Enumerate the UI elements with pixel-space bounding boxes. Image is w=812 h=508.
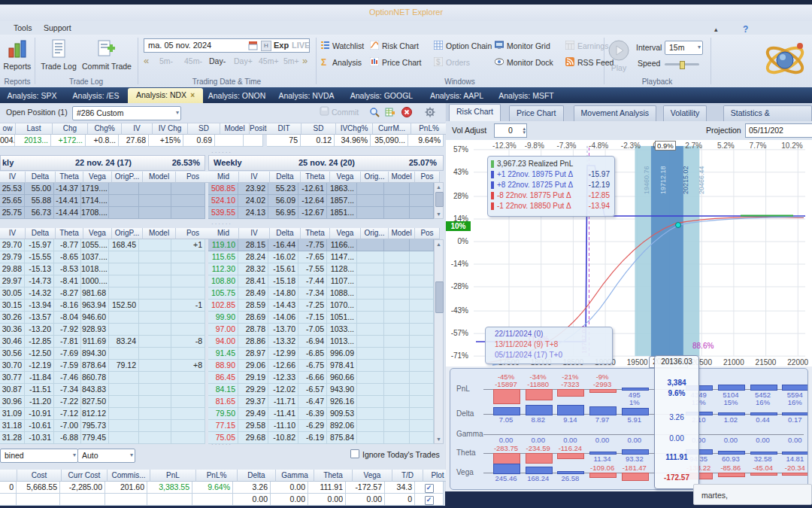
column-header[interactable]: Model	[389, 172, 415, 183]
table-row[interactable]: 29.97-14.73-8.411000....	[0, 275, 211, 287]
windows-item-monitor-dock[interactable]: Monitor Dock	[495, 57, 553, 68]
plot-checkbox[interactable]: ✓	[425, 496, 434, 505]
tab-analysis-ndx[interactable]: Analysis: NDX×	[128, 88, 203, 103]
windows-item-price-chart[interactable]: Price Chart	[370, 57, 422, 68]
ignore-todays-trades-checkbox[interactable]: Ignore Today's Trades	[350, 449, 440, 459]
column-header[interactable]: Mid	[208, 228, 239, 239]
table-row[interactable]: 30.87-11.51-7.34843.83	[0, 384, 211, 396]
mode-combo[interactable]: Auto▾	[77, 449, 135, 463]
table-row[interactable]: 105.7528.49-14.80-7.341088...	[208, 287, 440, 300]
tab-analysis-nvda[interactable]: Analysis: NVDA	[271, 89, 342, 103]
column-header[interactable]: Delta	[238, 470, 276, 482]
column-header[interactable]: Theta	[301, 172, 330, 183]
nav-step-Daym[interactable]: Day-	[209, 56, 226, 65]
column-header[interactable]: IV	[0, 172, 26, 183]
table-row[interactable]: 31.09-10.91-7.12812.12	[0, 408, 211, 420]
column-header[interactable]: Last	[16, 123, 53, 135]
table-row[interactable]: 29.79-15.55-8.651037....	[0, 251, 211, 263]
column-header[interactable]: OrigP...	[112, 172, 143, 183]
strategy-combo[interactable]: bined▾	[0, 449, 78, 463]
table-row[interactable]: 77.1529.58-11.10-6.29892.06	[208, 420, 440, 432]
column-header[interactable]: Model	[143, 172, 176, 183]
table-row[interactable]: 25.7556.73-14.441708....	[0, 207, 211, 219]
table-row[interactable]: 79.5029.49-11.41-6.39909.53	[208, 408, 440, 420]
table-row[interactable]: 30.56-12.50-7.69894.30	[0, 348, 211, 360]
table-row[interactable]: 508.8523.9255.23-12.611863...	[208, 183, 440, 195]
table-row[interactable]: 86.4529.19-12.33-6.66960.66	[208, 372, 440, 384]
splitter-handle[interactable]: ······	[203, 442, 241, 448]
help-icon[interactable]: ?	[743, 24, 748, 35]
column-header[interactable]: Delta	[26, 172, 56, 183]
speed-slider-handle[interactable]	[680, 61, 685, 69]
column-header[interactable]: Pos	[176, 172, 211, 183]
table-row[interactable]: 29.70-15.97-8.771055....168.45+1	[0, 239, 211, 251]
totals-row[interactable]: 0.000.000.000.000✓	[0, 494, 453, 506]
nav-step-45mm[interactable]: 45m-	[184, 56, 202, 65]
windows-item-option-chain[interactable]: Option Chain	[434, 41, 492, 51]
close-position-icon[interactable]	[401, 107, 412, 119]
table-row[interactable]: 30.77-11.84-7.46860.78	[0, 372, 211, 384]
column-header[interactable]: T/D	[392, 470, 423, 482]
table-row[interactable]: 25.6555.88-14.411714....	[0, 195, 211, 207]
tab-statistics-fundamentals[interactable]: Statistics & Fundamentals	[723, 105, 812, 121]
scroll-down-icon[interactable]: ▼	[435, 210, 443, 218]
projection-input[interactable]: 05/11/202	[745, 123, 812, 138]
table-row[interactable]: 25.5355.00-14.371719....	[0, 183, 211, 195]
column-header[interactable]: ow	[0, 123, 16, 135]
table-row[interactable]: 119.1028.15-16.44-7.751166...	[208, 239, 440, 251]
spinner-down-icon[interactable]: ▾	[523, 126, 526, 138]
table-row[interactable]: 30.15-13.94-8.16963.94152.50-1	[0, 300, 211, 312]
totals-row[interactable]: 05,668.55-2,285.00201.603,383.559.64%3.2…	[0, 482, 453, 494]
table-row[interactable]: 84.1529.29-12.02-6.57943.90	[208, 384, 440, 396]
column-header[interactable]: OrigP...	[112, 228, 143, 239]
scroll-thumb[interactable]	[435, 192, 444, 207]
column-header[interactable]: IV	[239, 228, 270, 239]
column-header[interactable]: IV	[239, 172, 270, 183]
windows-item-watchlist[interactable]: Watchlist	[320, 41, 364, 51]
table-row[interactable]: 750.1234.96%35,090...9.64%	[267, 135, 447, 147]
column-header[interactable]: Chg	[53, 123, 88, 135]
search-icon[interactable]	[369, 107, 380, 119]
column-header[interactable]: Pos	[415, 228, 440, 239]
column-header[interactable]: Commis...	[108, 470, 150, 482]
scroll-thumb[interactable]	[435, 281, 444, 313]
scroll-down-icon[interactable]: ▼	[435, 435, 443, 443]
table-row[interactable]: 539.5524.1356.95-12.671851...	[208, 207, 440, 219]
table-row[interactable]: 31.28-10.31-6.88779.45	[0, 432, 211, 444]
export-grid-icon[interactable]	[385, 107, 395, 119]
column-header[interactable]: CurrM...	[373, 123, 411, 135]
table-row[interactable]: 30.96-11.20-7.22827.50	[0, 396, 211, 408]
reports-button[interactable]: Reports	[2, 39, 33, 71]
nav-back-fast[interactable]: «	[144, 55, 149, 66]
column-header[interactable]	[0, 470, 17, 482]
column-header[interactable]: Model	[220, 123, 250, 135]
tab-risk-chart[interactable]: Risk Chart	[449, 104, 501, 121]
windows-item-rss-feed[interactable]: RSS Feed	[565, 57, 614, 68]
column-header[interactable]: Mid	[208, 172, 239, 183]
table-row[interactable]: 30.46-12.85-7.81911.6983.24-8	[0, 336, 211, 348]
nav-step-45mm[interactable]: 45m+	[259, 56, 279, 65]
table-row[interactable]: 29.88-15.13-8.531018....	[0, 263, 211, 275]
column-header[interactable]: PnL%	[411, 123, 447, 135]
tab-analysis-aapl[interactable]: Analysis: AAPL	[421, 89, 492, 103]
tab-price-chart[interactable]: Price Chart	[509, 105, 564, 121]
column-header[interactable]: Gamma	[276, 470, 314, 482]
table-row[interactable]: 75.0529.68-10.82-6.19875.84	[208, 432, 440, 444]
vol-adjust-spinner[interactable]: 0▴▾	[494, 123, 527, 138]
table-row[interactable]: 004...2013...+172...+0.8...27.68+15%0.69	[0, 135, 270, 147]
table-row[interactable]: 30.36-13.20-7.92928.93	[0, 324, 211, 336]
table-row[interactable]: 524.1024.0256.09-12.641857...	[208, 195, 440, 207]
trade-log-button[interactable]: Trade Log	[39, 39, 78, 71]
column-header[interactable]: Delta	[26, 228, 56, 239]
position-dropdown[interactable]: #286 Custom▾	[72, 106, 181, 120]
column-header[interactable]: SD	[188, 123, 220, 135]
column-header[interactable]: Vega	[83, 228, 112, 239]
column-header[interactable]: Vega	[330, 172, 361, 183]
titlebar[interactable]: OptionNET Explorer	[0, 5, 812, 21]
column-header[interactable]: PnL	[150, 470, 196, 482]
column-header[interactable]: PnL%	[196, 470, 238, 482]
menu-item-tools[interactable]: Tools	[11, 23, 35, 33]
column-header[interactable]: Model	[389, 228, 415, 239]
tab-analysis-onon[interactable]: Analysis: ONON	[203, 89, 271, 103]
vertical-scrollbar[interactable]: ▲▼	[434, 182, 444, 219]
